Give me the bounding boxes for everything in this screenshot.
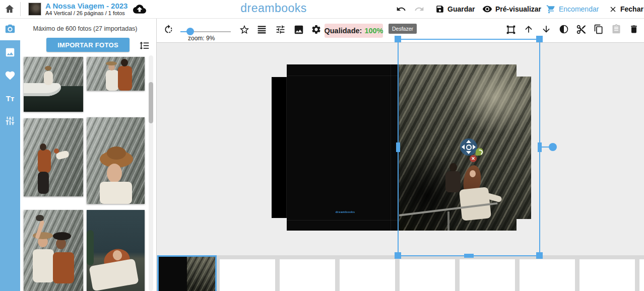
- eye-icon: [482, 4, 492, 14]
- favorite-button[interactable]: [239, 24, 250, 35]
- sidebar-tab-layouts[interactable]: [0, 41, 20, 63]
- page-thumbnail[interactable]: [220, 259, 275, 291]
- person-rust-sweater: [118, 66, 132, 91]
- cut-button[interactable]: [576, 24, 587, 35]
- page-thumbnail[interactable]: [579, 259, 635, 291]
- preview-button[interactable]: Pré-visualizar: [482, 0, 541, 18]
- back-cover-logo: dreambooks: [335, 210, 355, 213]
- dreambooks-logo: dreambooks: [236, 2, 311, 15]
- image-filled-icon: [293, 24, 304, 35]
- settings-button[interactable]: [311, 24, 321, 35]
- order-button[interactable]: Encomendar: [546, 0, 599, 18]
- zoom-level-label: zoom: 9%: [188, 35, 233, 42]
- sidebar-tab-adjustments[interactable]: [0, 110, 20, 132]
- move-up-button[interactable]: [524, 24, 534, 34]
- copy-button[interactable]: [594, 24, 604, 34]
- project-subtitle: A4 Vertical / 26 páginas / 1 fotos: [45, 10, 125, 16]
- close-button[interactable]: Fechar: [609, 0, 643, 18]
- paste-button-disabled[interactable]: [611, 24, 621, 34]
- page-thumbnail[interactable]: [460, 259, 515, 291]
- person: [44, 71, 53, 85]
- selection-handle-top-left[interactable]: [395, 36, 401, 42]
- man-head: [449, 163, 457, 172]
- photo-delete-badge[interactable]: ✕: [470, 155, 477, 162]
- selection-handle-bottom-right[interactable]: [536, 252, 543, 259]
- order-label: Encomendar: [559, 5, 599, 13]
- contrast-button[interactable]: [559, 24, 569, 34]
- home-icon: [4, 4, 15, 15]
- background-image-button[interactable]: [293, 24, 304, 35]
- selection-handle-left-mid[interactable]: [396, 142, 400, 152]
- tune-icon: [275, 24, 286, 35]
- resize-circle-handle[interactable]: [549, 143, 557, 151]
- quality-badge: Qualidade: 100%: [325, 24, 383, 38]
- selection-handle-bottom-left[interactable]: [395, 252, 401, 259]
- page-thumbnail[interactable]: [400, 259, 455, 291]
- undo-tooltip: Desfazer: [389, 24, 417, 34]
- page-thumbnail[interactable]: [280, 259, 335, 291]
- cloud-upload-icon[interactable]: [132, 3, 147, 16]
- photo-thumbnail-couple[interactable]: [87, 57, 145, 91]
- undo-button[interactable]: [396, 4, 406, 14]
- man-sweater: [53, 252, 74, 283]
- move-down-arrow-icon: [466, 151, 471, 154]
- head: [121, 59, 128, 66]
- hat-crown: [107, 147, 126, 160]
- sidebar-tab-favorites[interactable]: [0, 64, 20, 87]
- page-thumbnail-cover-selected[interactable]: [157, 255, 217, 291]
- railing-post: [447, 211, 449, 231]
- page-thumbnail[interactable]: [340, 259, 395, 291]
- delete-button[interactable]: [629, 24, 639, 34]
- hat: [45, 66, 51, 70]
- close-label: Fechar: [620, 5, 643, 13]
- home-button[interactable]: [4, 4, 15, 15]
- panel-scrollbar-thumb[interactable]: [149, 82, 153, 123]
- move-up-arrow-icon: [466, 140, 471, 143]
- layouts-button[interactable]: [256, 24, 267, 35]
- zoom-slider-knob[interactable]: [186, 28, 194, 35]
- mini-cover-photo: [187, 257, 215, 291]
- preview-label: Pré-visualizar: [495, 5, 541, 13]
- save-icon: [435, 5, 444, 14]
- adjust-button[interactable]: [275, 24, 286, 35]
- page-thumbnail[interactable]: [639, 259, 644, 291]
- photo-thumbnail-leaning-man[interactable]: [24, 118, 83, 196]
- move-down-button[interactable]: [541, 24, 551, 34]
- move-right-arrow-icon: [473, 144, 476, 150]
- save-button[interactable]: Guardar: [435, 0, 475, 18]
- selection-handle-bottom-mid[interactable]: [464, 254, 474, 258]
- page-thumbnail[interactable]: [520, 259, 575, 291]
- gear-icon: [311, 24, 321, 35]
- import-photos-button[interactable]: IMPORTAR FOTOS: [46, 38, 130, 52]
- photo-thumbnail-hat-woman[interactable]: [87, 117, 145, 204]
- photo-thumbnail-boat[interactable]: [24, 57, 83, 112]
- photo-move-pad[interactable]: [460, 138, 477, 156]
- camera-icon: [5, 24, 16, 35]
- pages-strip: [156, 255, 644, 291]
- man-body: [445, 171, 461, 192]
- selection-handle-right-mid[interactable]: [538, 142, 542, 152]
- paste-icon: [611, 24, 621, 34]
- photo-thumbnail-selfie[interactable]: [24, 210, 83, 291]
- autorotate-button[interactable]: [163, 24, 174, 35]
- sweater: [100, 182, 132, 204]
- sort-photos-button[interactable]: [139, 40, 150, 51]
- quality-value: 100%: [364, 27, 383, 35]
- arrow-down-icon: [541, 24, 551, 34]
- divider: [20, 2, 21, 16]
- photo-thumbnail-lake-woman[interactable]: [87, 210, 145, 291]
- arrow-up-icon: [524, 24, 534, 34]
- crop-frame-icon: [505, 24, 517, 35]
- selection-top-edge: [398, 39, 540, 40]
- select-frame-button[interactable]: [505, 24, 517, 35]
- project-thumbnail[interactable]: [29, 3, 41, 15]
- sidebar-tab-text[interactable]: Tᴛ: [0, 87, 20, 109]
- sweater: [89, 258, 139, 291]
- sidebar-tab-photos[interactable]: [0, 18, 20, 40]
- project-title[interactable]: A Nossa Viagem - 2023: [45, 2, 127, 10]
- selection-handle-top-right[interactable]: [536, 36, 543, 42]
- redo-button[interactable]: [414, 4, 424, 14]
- text-icon: Tᴛ: [6, 94, 15, 103]
- phone: [36, 215, 44, 221]
- photo-rotate-badge[interactable]: [476, 148, 483, 156]
